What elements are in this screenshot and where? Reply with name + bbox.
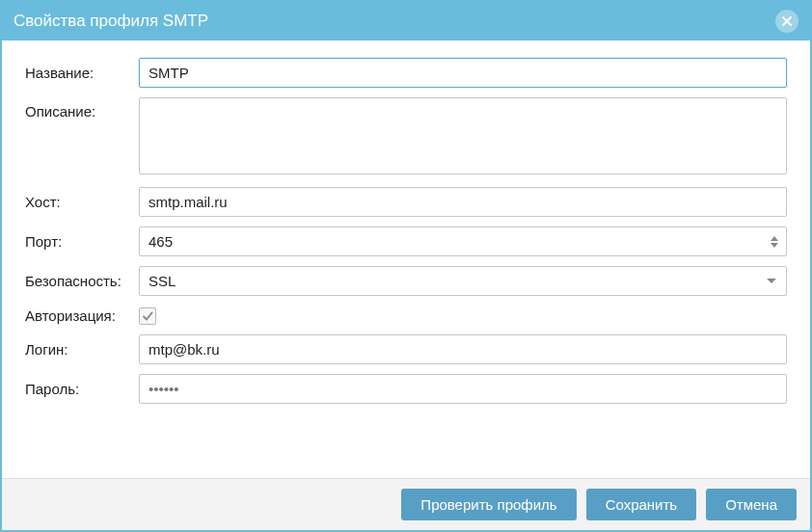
description-input[interactable] — [139, 97, 787, 174]
close-button[interactable] — [775, 10, 798, 33]
cancel-button[interactable]: Отмена — [706, 489, 797, 520]
checkmark-icon — [142, 310, 153, 322]
save-button[interactable]: Сохранить — [586, 489, 697, 520]
security-value: SSL — [140, 267, 767, 295]
label-auth: Авторизация: — [25, 307, 139, 324]
dialog-title: Свойства профиля SMTP — [14, 12, 775, 31]
dialog-titlebar: Свойства профиля SMTP — [2, 2, 810, 40]
name-input[interactable] — [139, 58, 787, 88]
row-port: Порт: — [25, 226, 787, 256]
form-area: Название: Описание: Хост: Порт: — [2, 40, 810, 478]
row-name: Название: — [25, 58, 787, 88]
row-host: Хост: — [25, 187, 787, 217]
row-security: Безопасность: SSL — [25, 266, 787, 296]
row-password: Пароль: — [25, 374, 787, 404]
auth-checkbox[interactable] — [139, 307, 156, 325]
dialog-footer: Проверить профиль Сохранить Отмена — [2, 478, 810, 530]
port-spin-down[interactable] — [771, 243, 778, 248]
label-name: Название: — [25, 65, 139, 81]
row-login: Логин: — [25, 334, 787, 364]
label-login: Логин: — [25, 341, 139, 358]
port-spin-up[interactable] — [771, 236, 778, 241]
test-profile-button[interactable]: Проверить профиль — [401, 489, 576, 520]
login-input[interactable] — [139, 334, 787, 364]
port-spin-controls — [767, 236, 786, 248]
smtp-profile-dialog: Свойства профиля SMTP Название: Описание… — [0, 0, 812, 532]
port-input[interactable] — [140, 227, 767, 255]
close-icon — [781, 15, 793, 27]
row-description: Описание: — [25, 97, 787, 177]
host-input[interactable] — [139, 187, 787, 217]
label-port: Порт: — [25, 233, 139, 250]
label-security: Безопасность: — [25, 273, 139, 289]
port-spinner[interactable] — [139, 226, 787, 256]
password-input[interactable] — [139, 374, 787, 404]
row-auth: Авторизация: — [25, 306, 787, 325]
chevron-down-icon — [767, 279, 776, 283]
security-select[interactable]: SSL — [139, 266, 787, 296]
label-description: Описание: — [25, 97, 139, 120]
label-host: Хост: — [25, 194, 139, 210]
label-password: Пароль: — [25, 381, 139, 397]
